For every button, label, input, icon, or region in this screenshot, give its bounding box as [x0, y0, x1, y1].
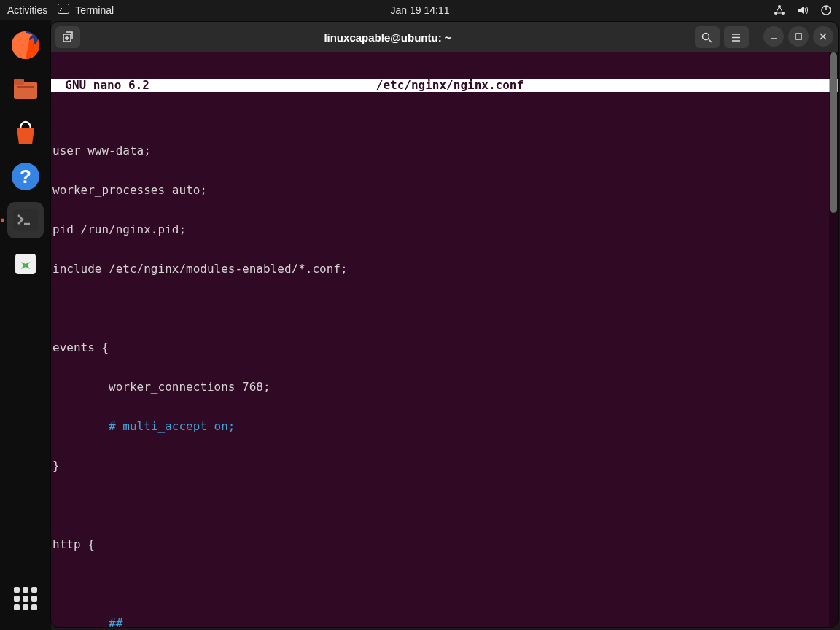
current-app[interactable]: Terminal — [58, 4, 114, 16]
svg-rect-16 — [796, 34, 801, 39]
svg-rect-11 — [13, 209, 38, 231]
code-line — [51, 302, 838, 315]
code-line: worker_connections 768; — [51, 381, 838, 394]
nano-body[interactable]: user www-data; worker_processes auto; pi… — [51, 118, 838, 627]
code-line: user www-data; — [51, 144, 838, 158]
new-tab-button[interactable] — [55, 26, 80, 48]
code-line — [51, 499, 838, 512]
menu-button[interactable] — [724, 26, 749, 48]
scrollbar-thumb[interactable] — [830, 52, 837, 213]
terminal-icon — [58, 4, 69, 16]
window-title: linuxcapable@ubuntu: ~ — [324, 31, 451, 44]
svg-rect-7 — [14, 79, 24, 85]
dock-files[interactable] — [7, 71, 44, 107]
show-apps-button[interactable] — [7, 580, 44, 617]
code-line: worker_processes auto; — [51, 184, 838, 197]
svg-text:?: ? — [20, 166, 31, 187]
close-button[interactable] — [813, 26, 833, 47]
app-label: Terminal — [75, 4, 114, 16]
dock-terminal[interactable] — [7, 202, 44, 238]
dock-firefox[interactable] — [7, 27, 44, 63]
minimize-button[interactable] — [763, 26, 784, 47]
titlebar: linuxcapable@ubuntu: ~ — [51, 22, 838, 52]
code-line: http { — [51, 538, 838, 551]
code-line: # multi_accept on; — [51, 420, 838, 433]
grid-icon — [14, 587, 37, 610]
dock-software[interactable] — [7, 114, 44, 151]
dock-trash[interactable] — [7, 246, 44, 282]
gnome-topbar: Activities Terminal Jan 19 14:11 — [0, 0, 840, 20]
code-line — [51, 578, 838, 591]
nano-filename: /etc/nginx/nginx.conf — [376, 79, 524, 92]
clock[interactable]: Jan 19 14:11 — [391, 4, 450, 16]
svg-rect-0 — [58, 4, 69, 14]
nano-version: GNU nano 6.2 — [51, 79, 149, 92]
volume-icon[interactable] — [796, 4, 809, 16]
code-line: } — [51, 459, 838, 472]
code-line: events { — [51, 341, 838, 354]
code-line: ## — [51, 617, 838, 627]
code-line: include /etc/nginx/modules-enabled/*.con… — [51, 262, 838, 276]
power-icon[interactable] — [820, 4, 833, 16]
nano-editor[interactable]: GNU nano 6.2 /etc/nginx/nginx.conf user … — [51, 52, 838, 627]
svg-point-15 — [703, 33, 709, 39]
network-icon[interactable] — [773, 4, 786, 16]
search-button[interactable] — [695, 26, 720, 48]
terminal-window: linuxcapable@ubuntu: ~ GNU nano 6.2 — [51, 22, 838, 627]
code-line: pid /run/nginx.pid; — [51, 223, 838, 236]
activities-button[interactable]: Activities — [7, 4, 47, 16]
nano-header: GNU nano 6.2 /etc/nginx/nginx.conf — [51, 79, 838, 92]
maximize-button[interactable] — [788, 26, 809, 47]
dock-help[interactable]: ? — [7, 158, 44, 195]
dock: ? — [0, 20, 51, 630]
svg-rect-8 — [17, 86, 34, 88]
